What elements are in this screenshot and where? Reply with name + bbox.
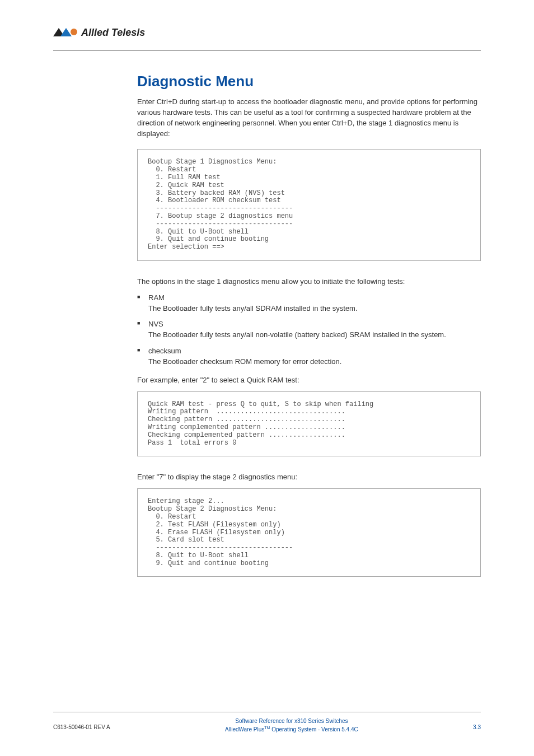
footer-divider xyxy=(53,712,481,712)
quick-ram-test-codebox: Quick RAM test - press Q to quit, S to s… xyxy=(137,391,481,457)
stage2-intro: Enter "7" to display the stage 2 diagnos… xyxy=(137,472,481,483)
page-header: Allied Telesis xyxy=(53,27,481,43)
footer-docid: C613-50046-01 REV A xyxy=(53,717,110,730)
list-item: RAM The Bootloader fully tests any/all S… xyxy=(137,293,481,314)
trademark-icon: TM xyxy=(264,726,270,730)
logo-text: Allied Telesis xyxy=(81,27,145,39)
footer-page-number: 3.3 xyxy=(473,717,481,730)
svg-marker-1 xyxy=(60,28,72,36)
bullet-term: RAM xyxy=(148,293,165,302)
options-list: RAM The Bootloader fully tests any/all S… xyxy=(137,293,481,367)
bullet-term: NVS xyxy=(148,320,163,328)
stage1-menu-codebox: Bootup Stage 1 Diagnostics Menu: 0. Rest… xyxy=(137,149,481,261)
bullet-desc: The Bootloader fully tests any/all non-v… xyxy=(148,330,481,340)
page-footer: C613-50046-01 REV A Software Reference f… xyxy=(53,712,481,734)
bullet-term: checksum xyxy=(148,347,181,355)
intro-paragraph: Enter Ctrl+D during start-up to access t… xyxy=(137,97,481,139)
footer-title: Software Reference for x310 Series Switc… xyxy=(225,717,358,725)
header-divider xyxy=(53,50,481,51)
footer-center: Software Reference for x310 Series Switc… xyxy=(225,717,358,734)
svg-point-2 xyxy=(71,29,77,35)
brand-logo: Allied Telesis xyxy=(53,27,145,39)
list-item: NVS The Bootloader fully tests any/all n… xyxy=(137,319,481,340)
bullet-desc: The Bootloader fully tests any/all SDRAM… xyxy=(148,304,481,314)
page-title: Diagnostic Menu xyxy=(137,73,481,90)
footer-subtitle: AlliedWare PlusTM Operating System - Ver… xyxy=(225,725,358,734)
stage2-menu-codebox: Entering stage 2... Bootup Stage 2 Diagn… xyxy=(137,488,481,577)
bullet-desc: The Bootloader checksum ROM memory for e… xyxy=(148,357,481,367)
options-intro: The options in the stage 1 diagnostics m… xyxy=(137,277,481,287)
logo-icon xyxy=(53,27,78,39)
list-item: checksum The Bootloader checksum ROM mem… xyxy=(137,346,481,367)
main-content: Diagnostic Menu Enter Ctrl+D during star… xyxy=(137,73,481,592)
example-intro: For example, enter "2" to select a Quick… xyxy=(137,375,481,386)
